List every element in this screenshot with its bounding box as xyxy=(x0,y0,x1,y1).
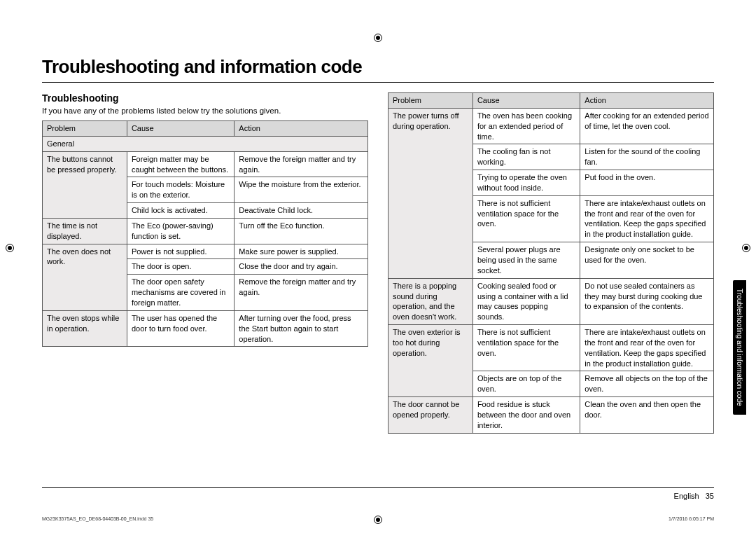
cause-cell: Power is not supplied. xyxy=(127,244,234,259)
action-cell: Clean the oven and then open the door. xyxy=(580,397,714,434)
crop-mark xyxy=(742,244,750,252)
page-title: Troubleshooting and information code xyxy=(42,56,714,83)
action-cell: Wipe the moisture from the exterior. xyxy=(234,177,368,203)
table-row: The oven stops while in operation.The us… xyxy=(43,310,368,347)
table-row: The oven does not work.Power is not supp… xyxy=(43,244,368,259)
cause-cell: Child lock is activated. xyxy=(127,203,234,219)
action-cell: There are intake/exhaust outlets on the … xyxy=(580,195,714,242)
cause-cell: Several power plugs are being used in th… xyxy=(472,242,580,279)
action-cell: Deactivate Child lock. xyxy=(234,203,368,219)
cause-cell: The user has opened the door to turn foo… xyxy=(127,310,234,347)
action-cell: Close the door and try again. xyxy=(234,259,368,275)
problem-cell: The buttons cannot be pressed properly. xyxy=(43,151,127,218)
left-column: Troubleshooting If you have any of the p… xyxy=(42,92,368,434)
cause-cell: The cooling fan is not working. xyxy=(472,144,580,170)
table-row: There is a popping sound during operatio… xyxy=(388,278,714,324)
problem-cell: The oven exterior is too hot during oper… xyxy=(388,325,473,397)
action-cell: After turning over the food, press the S… xyxy=(234,310,368,347)
crop-mark xyxy=(6,244,14,252)
table-row: The door cannot be opened properly.Food … xyxy=(388,397,714,434)
crop-mark xyxy=(374,34,382,42)
cause-cell: Cooking sealed food or using a container… xyxy=(472,278,580,324)
problem-cell: The time is not displayed. xyxy=(43,218,127,244)
crop-mark xyxy=(374,516,382,524)
action-cell: Listen for the sound of the cooling fan. xyxy=(580,144,714,170)
content-columns: Troubleshooting If you have any of the p… xyxy=(42,92,714,434)
col-header-action: Action xyxy=(580,93,714,109)
col-header-problem: Problem xyxy=(388,93,473,109)
problem-cell: The oven does not work. xyxy=(43,244,127,310)
cause-cell: The oven has been cooking for an extende… xyxy=(472,108,580,144)
cause-cell: For touch models: Moisture is on the ext… xyxy=(127,177,234,203)
action-cell: There are intake/exhaust outlets on the … xyxy=(580,325,714,371)
troubleshooting-table-left: Problem Cause Action General The buttons… xyxy=(42,120,368,347)
action-cell: After cooking for an extended period of … xyxy=(580,108,714,144)
footer-rule xyxy=(42,487,714,488)
cause-cell: The door open safety mechanisms are cove… xyxy=(127,275,234,311)
cause-cell: Food residue is stuck between the door a… xyxy=(472,397,580,434)
right-column: Problem Cause Action The power turns off… xyxy=(388,92,714,434)
action-cell: Put food in the oven. xyxy=(580,170,714,196)
problem-cell: The oven stops while in operation. xyxy=(43,310,127,347)
col-header-problem: Problem xyxy=(43,121,127,137)
problem-cell: There is a popping sound during operatio… xyxy=(388,278,473,324)
cause-cell: The Eco (power-saving) function is set. xyxy=(127,218,234,244)
cause-cell: There is not sufficient ventilation spac… xyxy=(472,325,580,371)
col-header-cause: Cause xyxy=(127,121,234,137)
cause-cell: There is not sufficient ventilation spac… xyxy=(472,195,580,242)
troubleshooting-table-right: Problem Cause Action The power turns off… xyxy=(388,92,714,434)
action-cell: Turn off the Eco function. xyxy=(234,218,368,244)
action-cell: Remove the foreign matter and try again. xyxy=(234,275,368,311)
action-cell: Designate only one socket to be used for… xyxy=(580,242,714,279)
col-header-action: Action xyxy=(234,121,368,137)
table-row: The buttons cannot be pressed properly.F… xyxy=(43,151,368,177)
action-cell: Make sure power is supplied. xyxy=(234,244,368,259)
table-row: The time is not displayed.The Eco (power… xyxy=(43,218,368,244)
page-number: 35 xyxy=(706,492,714,500)
cause-cell: Trying to operate the oven without food … xyxy=(472,170,580,196)
problem-cell: The power turns off during operation. xyxy=(388,108,473,278)
col-header-cause: Cause xyxy=(472,93,580,109)
action-cell: Do not use sealed containers as they may… xyxy=(580,278,714,324)
table-row: The power turns off during operation.The… xyxy=(388,108,714,144)
cause-cell: The door is open. xyxy=(127,259,234,275)
page-language: English 35 xyxy=(674,492,714,500)
footer-meta-left: MG23K3575AS_EO_DE68-04403B-00_EN.indd 35 xyxy=(42,516,153,521)
action-cell: Remove the foreign matter and try again. xyxy=(234,151,368,177)
action-cell: Remove all objects on the top of the ove… xyxy=(580,371,714,397)
group-row: General xyxy=(43,136,368,151)
cause-cell: Objects are on top of the oven. xyxy=(472,371,580,397)
lang-label: English xyxy=(674,492,699,500)
cause-cell: Foreign matter may be caught between the… xyxy=(127,151,234,177)
side-tab: Troubleshooting and information code xyxy=(733,280,746,415)
section-heading: Troubleshooting xyxy=(42,92,368,104)
footer-meta-right: 1/7/2016 6:05:17 PM xyxy=(668,516,714,521)
problem-cell: The door cannot be opened properly. xyxy=(388,397,473,434)
intro-text: If you have any of the problems listed b… xyxy=(42,106,368,115)
table-row: The oven exterior is too hot during oper… xyxy=(388,325,714,371)
